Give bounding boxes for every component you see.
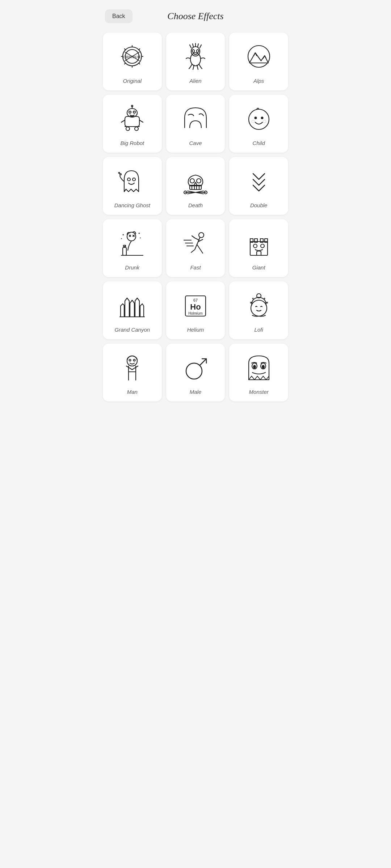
svg-point-29 bbox=[126, 127, 130, 131]
svg-point-36 bbox=[261, 117, 263, 119]
header: Back Choose Effects bbox=[98, 0, 293, 29]
effect-cave[interactable]: Cave bbox=[166, 95, 225, 153]
child-label: Child bbox=[253, 140, 265, 146]
svg-point-37 bbox=[252, 120, 255, 123]
helium-icon: 67 Ho Holmium bbox=[179, 289, 212, 322]
svg-point-92 bbox=[134, 359, 135, 361]
svg-text:✦: ✦ bbox=[139, 237, 141, 239]
svg-text:✦: ✦ bbox=[122, 233, 125, 237]
svg-point-25 bbox=[129, 111, 131, 113]
effect-helium[interactable]: 67 Ho Holmium Helium bbox=[166, 281, 225, 339]
svg-line-19 bbox=[200, 45, 201, 48]
drunk-icon: ✦ ✦ ✦ ✦ bbox=[116, 227, 148, 259]
male-label: Male bbox=[190, 389, 202, 395]
page-title: Choose Effects bbox=[167, 11, 223, 22]
effect-alien[interactable]: Alien bbox=[166, 33, 225, 90]
svg-point-77 bbox=[253, 244, 257, 248]
lofi-icon: ★ ★ ★ ★ bbox=[243, 289, 275, 322]
svg-rect-60 bbox=[123, 247, 126, 255]
svg-point-44 bbox=[190, 179, 194, 183]
svg-rect-72 bbox=[250, 242, 268, 255]
alps-icon bbox=[243, 40, 275, 73]
alien-icon bbox=[179, 40, 212, 73]
dancing-ghost-label: Dancing Ghost bbox=[114, 202, 150, 208]
svg-text:ORIGINAL: ORIGINAL bbox=[123, 55, 141, 59]
big-robot-label: Big Robot bbox=[120, 140, 144, 146]
svg-text:★: ★ bbox=[249, 301, 253, 305]
effect-grand-canyon[interactable]: Grand Canyon bbox=[103, 281, 162, 339]
effect-alps[interactable]: Alps bbox=[229, 33, 288, 90]
svg-line-15 bbox=[190, 45, 191, 48]
original-icon: ORIGINAL bbox=[116, 40, 148, 73]
svg-text:✦: ✦ bbox=[138, 232, 140, 235]
fast-label: Fast bbox=[190, 264, 201, 271]
cave-label: Cave bbox=[189, 140, 202, 146]
child-icon bbox=[243, 102, 275, 135]
effect-giant[interactable]: Giant bbox=[229, 219, 288, 277]
svg-point-38 bbox=[263, 120, 266, 123]
effect-big-robot[interactable]: Big Robot bbox=[103, 95, 162, 153]
svg-point-68 bbox=[199, 233, 204, 238]
effects-grid: ORIGINAL Original bbox=[98, 29, 293, 412]
svg-point-78 bbox=[261, 244, 264, 248]
monster-icon bbox=[243, 351, 275, 384]
svg-text:Holmium: Holmium bbox=[188, 311, 202, 315]
death-label: Death bbox=[188, 202, 203, 208]
effect-child[interactable]: Child bbox=[229, 95, 288, 153]
lofi-label: Lofi bbox=[255, 327, 263, 333]
effect-death[interactable]: Death bbox=[166, 157, 225, 215]
svg-line-10 bbox=[125, 63, 126, 64]
svg-point-84 bbox=[251, 300, 267, 316]
double-icon bbox=[243, 165, 275, 197]
effect-drunk[interactable]: ✦ ✦ ✦ ✦ Drunk bbox=[103, 219, 162, 277]
man-label: Man bbox=[127, 389, 138, 395]
svg-line-8 bbox=[139, 63, 140, 64]
svg-point-39 bbox=[127, 178, 130, 181]
svg-text:★: ★ bbox=[263, 297, 266, 300]
effect-monster[interactable]: Monster bbox=[229, 344, 288, 401]
svg-line-9 bbox=[139, 49, 140, 50]
svg-rect-62 bbox=[123, 245, 126, 247]
svg-point-26 bbox=[133, 111, 135, 113]
svg-point-42 bbox=[119, 173, 120, 174]
svg-point-41 bbox=[120, 174, 121, 175]
effect-original[interactable]: ORIGINAL Original bbox=[103, 33, 162, 90]
svg-point-22 bbox=[248, 46, 270, 67]
male-icon bbox=[179, 351, 212, 384]
svg-text:67: 67 bbox=[193, 298, 198, 302]
svg-rect-23 bbox=[125, 116, 139, 127]
effect-lofi[interactable]: ★ ★ ★ ★ Lofi bbox=[229, 281, 288, 339]
man-icon bbox=[116, 351, 148, 384]
dancing-ghost-icon bbox=[116, 165, 148, 197]
cave-icon bbox=[179, 102, 212, 135]
giant-label: Giant bbox=[252, 264, 265, 271]
svg-line-33 bbox=[139, 120, 143, 122]
effect-fast[interactable]: Fast bbox=[166, 219, 225, 277]
back-button[interactable]: Back bbox=[105, 9, 133, 23]
drunk-label: Drunk bbox=[125, 264, 139, 271]
svg-text:★: ★ bbox=[252, 297, 254, 300]
svg-point-45 bbox=[197, 179, 201, 183]
death-icon bbox=[179, 165, 212, 197]
svg-line-32 bbox=[121, 120, 125, 122]
svg-line-7 bbox=[125, 49, 126, 50]
svg-point-97 bbox=[253, 365, 256, 369]
svg-text:✦: ✦ bbox=[121, 238, 122, 240]
alien-label: Alien bbox=[189, 78, 201, 84]
effect-dancing-ghost[interactable]: Dancing Ghost bbox=[103, 157, 162, 215]
giant-icon bbox=[243, 227, 275, 259]
effect-male[interactable]: Male bbox=[166, 344, 225, 401]
svg-point-40 bbox=[133, 178, 135, 181]
effect-double[interactable]: Double bbox=[229, 157, 288, 215]
svg-point-91 bbox=[129, 359, 131, 361]
svg-point-98 bbox=[262, 365, 265, 369]
helium-label: Helium bbox=[187, 327, 204, 333]
svg-point-35 bbox=[254, 117, 257, 119]
original-label: Original bbox=[123, 78, 142, 84]
svg-point-21 bbox=[197, 50, 199, 52]
monster-label: Monster bbox=[249, 389, 269, 395]
double-label: Double bbox=[250, 202, 268, 208]
grand-canyon-label: Grand Canyon bbox=[115, 327, 150, 333]
grand-canyon-icon bbox=[116, 289, 148, 322]
effect-man[interactable]: Man bbox=[103, 344, 162, 401]
